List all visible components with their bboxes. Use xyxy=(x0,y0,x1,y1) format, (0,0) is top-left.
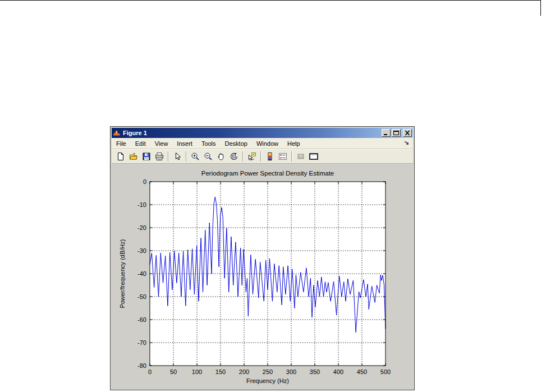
y-tick-label: -70 xyxy=(137,339,146,346)
zoom-in-icon xyxy=(191,152,200,161)
y-axis-label: Power/frequency (dB/Hz) xyxy=(119,239,126,308)
open-file-button[interactable] xyxy=(127,151,140,163)
insert-legend-button[interactable] xyxy=(276,151,289,163)
figure-window: Figure 1 xyxy=(110,126,415,390)
y-tick-label: -60 xyxy=(137,316,146,323)
y-tick-label: 0 xyxy=(143,178,146,185)
menu-item-file[interactable]: File xyxy=(112,139,131,148)
figure-canvas: 0501001502002503003504004505000-10-20-30… xyxy=(112,164,413,389)
x-tick-label: 300 xyxy=(286,368,296,375)
x-tick-label: 0 xyxy=(148,368,152,375)
window-controls xyxy=(382,129,412,137)
x-tick-label: 400 xyxy=(333,368,343,375)
y-tick-label: -30 xyxy=(137,247,146,254)
x-tick-label: 100 xyxy=(192,368,202,375)
zoom-in-button[interactable] xyxy=(189,151,201,163)
printer-icon xyxy=(155,152,164,161)
window-title: Figure 1 xyxy=(123,130,147,136)
matlab-logo-icon xyxy=(113,129,121,137)
chart-title: Periodogram Power Spectral Density Estim… xyxy=(201,170,334,177)
menu-item-window[interactable]: Window xyxy=(252,139,283,148)
hide-plot-tools-icon xyxy=(296,152,305,161)
minimize-icon xyxy=(383,130,389,136)
close-icon xyxy=(404,130,411,136)
print-figure-button[interactable] xyxy=(153,151,166,163)
toolbar-separator xyxy=(242,151,243,162)
arrow-cursor-icon xyxy=(173,152,182,161)
toolbar-separator xyxy=(291,151,292,162)
menu-bar: File Edit View Insert Tools Desktop Wind… xyxy=(112,138,413,149)
titlebar[interactable]: Figure 1 xyxy=(112,128,413,138)
data-cursor-button[interactable] xyxy=(245,151,258,163)
minimize-button[interactable] xyxy=(382,129,391,137)
menu-item-help[interactable]: Help xyxy=(283,139,305,148)
close-button[interactable] xyxy=(403,129,412,137)
y-tick-label: -50 xyxy=(137,293,146,300)
hide-plot-tools-button xyxy=(294,151,307,163)
save-figure-button[interactable] xyxy=(140,151,153,163)
colorbar-icon xyxy=(265,152,274,161)
y-tick-label: -80 xyxy=(137,362,146,369)
x-tick-label: 450 xyxy=(357,368,367,375)
rotate-3d-icon xyxy=(230,152,238,161)
open-folder-icon xyxy=(129,152,138,161)
zoom-out-icon xyxy=(204,152,213,161)
pan-button[interactable] xyxy=(214,151,227,163)
toolbar-separator xyxy=(260,151,261,162)
x-tick-label: 150 xyxy=(215,368,226,375)
show-plot-tools-dock-icon xyxy=(309,152,319,161)
legend-icon xyxy=(278,152,287,161)
show-plot-tools-dock-button[interactable] xyxy=(307,151,320,163)
x-tick-label: 250 xyxy=(263,368,273,375)
psd-chart: 0501001502002503003504004505000-10-20-30… xyxy=(112,164,413,390)
x-tick-label: 500 xyxy=(380,368,391,375)
x-tick-label: 350 xyxy=(310,368,320,375)
y-tick-label: -40 xyxy=(137,270,146,277)
rotate-3d-button[interactable] xyxy=(227,151,240,163)
y-tick-label: -20 xyxy=(137,224,146,231)
x-axis-label: Frequency (Hz) xyxy=(246,377,289,384)
pan-hand-icon xyxy=(217,152,226,161)
maximize-button[interactable] xyxy=(392,129,401,137)
data-cursor-icon xyxy=(247,152,256,161)
edit-plot-button[interactable] xyxy=(171,151,183,163)
y-tick-label: -10 xyxy=(137,201,146,208)
menu-item-view[interactable]: View xyxy=(150,139,173,148)
x-tick-label: 50 xyxy=(170,368,177,375)
insert-colorbar-button[interactable] xyxy=(263,151,276,163)
menu-item-tools[interactable]: Tools xyxy=(197,139,221,148)
page-border-right-tick xyxy=(540,0,541,16)
menu-item-insert[interactable]: Insert xyxy=(172,139,197,148)
x-tick-label: 200 xyxy=(239,368,249,375)
menu-item-desktop[interactable]: Desktop xyxy=(221,139,252,148)
page-background: Figure 1 xyxy=(0,0,546,392)
new-document-icon xyxy=(116,152,125,161)
new-figure-button[interactable] xyxy=(114,151,127,163)
toolbar xyxy=(112,149,413,164)
save-floppy-icon xyxy=(142,152,151,161)
zoom-out-button[interactable] xyxy=(201,151,214,163)
menu-item-edit[interactable]: Edit xyxy=(131,139,150,148)
toolbar-separator xyxy=(186,151,186,162)
page-border-top xyxy=(0,0,541,1)
maximize-icon xyxy=(393,130,400,136)
toolbar-separator xyxy=(168,151,168,162)
dock-arrow-icon[interactable] xyxy=(403,140,410,146)
